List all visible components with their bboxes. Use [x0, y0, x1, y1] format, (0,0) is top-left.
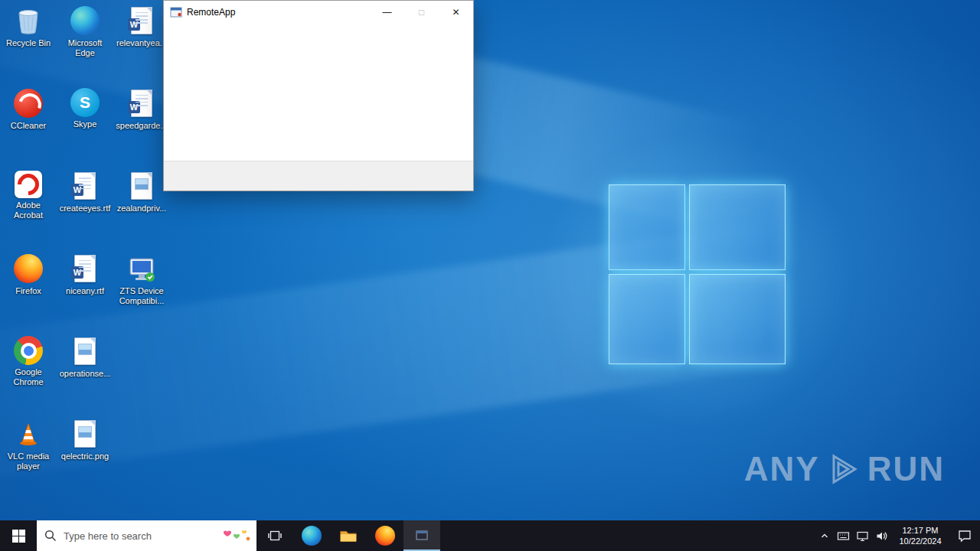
chrome-icon	[14, 336, 43, 365]
volume-icon	[875, 530, 888, 543]
desktop-icon-label: operationse...	[60, 369, 111, 379]
minimize-button[interactable]: —	[370, 1, 404, 24]
desktop-icon-label: zealandpriv...	[117, 204, 167, 214]
windows-logo-pane	[689, 184, 786, 270]
windows-start-icon	[12, 530, 25, 543]
desktop-icon-recycle-bin[interactable]: Recycle Bin	[0, 2, 57, 84]
task-view-button[interactable]	[256, 520, 293, 551]
word-file-icon	[74, 172, 96, 200]
remoteapp-statusbar	[164, 161, 473, 191]
remoteapp-window: RemoteApp — □ ✕	[163, 0, 474, 191]
firefox-icon	[14, 254, 43, 283]
desktop-icon-label: CCleaner	[11, 121, 46, 131]
action-center-button[interactable]	[949, 520, 980, 551]
taskbar-firefox-button[interactable]	[367, 520, 403, 551]
search-highlights-icon[interactable]	[218, 526, 252, 546]
desktop-icon-speedgarde[interactable]: speedgarde...	[113, 84, 170, 167]
image-file-icon	[74, 337, 96, 365]
remoteapp-content	[164, 24, 473, 161]
desktop-icon-skype[interactable]: Skype	[57, 84, 113, 167]
search-icon	[44, 530, 57, 542]
desktop-icon-zts-device[interactable]: ZTS Device Compatibi...	[113, 249, 170, 332]
system-tray: 12:17 PM 10/22/2024	[815, 520, 980, 551]
desktop-icon-label: relevantyea...	[116, 38, 167, 48]
desktop-icon-label: Recycle Bin	[6, 38, 51, 48]
windows-logo-pane	[689, 274, 786, 364]
chevron-up-icon	[820, 531, 829, 540]
search-input[interactable]	[62, 530, 213, 543]
desktop-icon-zealandpriv[interactable]: zealandpriv...	[113, 167, 170, 249]
recycle-bin-icon	[13, 5, 44, 36]
image-file-icon	[74, 420, 96, 448]
word-file-icon	[131, 7, 152, 34]
desktop-icon-label: qelectric.png	[61, 452, 109, 461]
watermark-run-text: RUN	[867, 450, 945, 488]
start-button[interactable]	[0, 520, 37, 551]
desktop-icon-label: VLC media player	[1, 452, 56, 471]
desktop-icon-label: niceany.rtf	[66, 286, 104, 296]
firefox-icon	[375, 526, 395, 546]
desktop-icon-label: Microsoft Edge	[57, 38, 113, 58]
desktop-icon-relevantyea[interactable]: relevantyea...	[113, 2, 170, 84]
window-title: RemoteApp	[187, 7, 370, 18]
word-file-icon	[131, 90, 152, 117]
touch-keyboard-icon	[837, 530, 850, 543]
taskbar-remoteapp-button[interactable]	[403, 520, 440, 551]
file-explorer-icon	[339, 527, 358, 545]
desktop: Recycle Bin CCleaner Adobe Acrobat Firef…	[0, 0, 980, 520]
remoteapp-titlebar[interactable]: RemoteApp — □ ✕	[164, 1, 473, 24]
desktop-icon-label: createeyes.rtf	[60, 204, 111, 214]
clock-date: 10/22/2024	[899, 536, 941, 546]
anyrun-watermark: ANY RUN	[744, 450, 945, 488]
word-file-icon	[74, 255, 96, 282]
desktop-icon-label: Firefox	[15, 286, 41, 296]
taskbar-clock[interactable]: 12:17 PM 10/22/2024	[891, 520, 949, 551]
windows-wallpaper-logo	[609, 184, 786, 364]
show-hidden-icons-button[interactable]	[815, 520, 834, 551]
clock-time: 12:17 PM	[902, 525, 938, 536]
vlc-icon	[13, 419, 44, 449]
desktop-icon-ccleaner[interactable]: CCleaner	[0, 84, 57, 167]
acrobat-icon	[15, 171, 42, 198]
volume-button[interactable]	[872, 520, 891, 551]
watermark-any-text: ANY	[744, 450, 820, 488]
windows-logo-pane	[609, 184, 685, 270]
desktop-icon-createeyes-rtf[interactable]: createeyes.rtf	[57, 167, 113, 249]
remoteapp-taskbar-icon	[415, 529, 429, 543]
task-view-icon	[267, 528, 283, 543]
maximize-button[interactable]: □	[404, 1, 439, 24]
desktop-icon-label: Skype	[74, 119, 97, 129]
desktop-icon-vlc[interactable]: VLC media player	[0, 415, 57, 497]
desktop-icon-label: Google Chrome	[1, 367, 56, 387]
ccleaner-icon	[14, 89, 43, 118]
windows-logo-pane	[609, 274, 685, 364]
desktop-icon-label: speedgarde...	[116, 121, 167, 131]
skype-icon	[70, 88, 100, 117]
anyrun-play-icon	[826, 452, 861, 487]
desktop-icon-label: ZTS Device Compatibi...	[114, 286, 169, 306]
desktop-icon-label: Adobe Acrobat	[1, 201, 56, 220]
network-ethernet-icon	[856, 530, 869, 543]
taskbar-edge-button[interactable]	[293, 520, 330, 551]
taskbar-empty-area	[440, 520, 815, 551]
desktop-icon-grid: Recycle Bin CCleaner Adobe Acrobat Firef…	[0, 2, 170, 497]
desktop-icon-microsoft-edge[interactable]: Microsoft Edge	[57, 2, 113, 84]
desktop-icon-adobe-acrobat[interactable]: Adobe Acrobat	[0, 167, 57, 249]
action-center-icon	[958, 529, 972, 543]
taskbar: 12:17 PM 10/22/2024	[0, 520, 980, 551]
desktop-icon-niceany-rtf[interactable]: niceany.rtf	[57, 249, 113, 332]
edge-icon	[70, 6, 100, 35]
desktop-icon-qelectric-png[interactable]: qelectric.png	[57, 415, 113, 497]
desktop-icon-google-chrome[interactable]: Google Chrome	[0, 332, 57, 415]
remoteapp-icon	[170, 6, 182, 18]
zts-device-icon	[126, 253, 157, 284]
taskbar-search-box[interactable]	[37, 520, 256, 551]
window-controls: — □ ✕	[370, 1, 473, 24]
desktop-icon-firefox[interactable]: Firefox	[0, 249, 57, 332]
desktop-icon-operationse[interactable]: operationse...	[57, 332, 113, 415]
image-file-icon	[131, 172, 152, 200]
touch-keyboard-button[interactable]	[834, 520, 853, 551]
network-button[interactable]	[853, 520, 872, 551]
close-button[interactable]: ✕	[439, 1, 473, 24]
taskbar-file-explorer-button[interactable]	[330, 520, 367, 551]
